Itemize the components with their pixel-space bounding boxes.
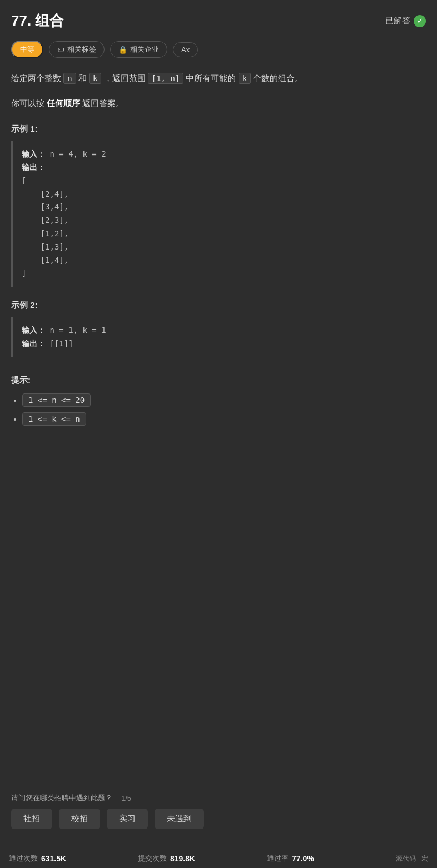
tag-bar: 中等 🏷 相关标签 🔒 相关企业 Ax xyxy=(11,41,426,58)
example1-output-label-line: 输出： xyxy=(22,161,417,174)
pass-rate-label: 通过率 xyxy=(267,854,289,864)
problem-header: 77. 组合 已解答 ✓ xyxy=(11,11,426,31)
example2-output-value: [[1]] xyxy=(49,339,73,348)
range-code: [1, n] xyxy=(148,73,184,84)
problem-description: 给定两个整数 n 和 k ，返回范围 [1, n] 中所有可能的 k 个数的组合… xyxy=(11,71,426,86)
hint-code-1: 1 <= n <= 20 xyxy=(22,393,91,407)
example1-output-label: 输出： xyxy=(22,163,45,172)
footer-links: 源代码 宏 xyxy=(396,854,428,864)
example2-output-label: 输出： xyxy=(22,339,45,348)
macro-link[interactable]: 宏 xyxy=(421,854,428,864)
related-companies-button[interactable]: 🔒 相关企业 xyxy=(110,41,167,58)
survey-btn-xiaozha[interactable]: 校招 xyxy=(59,809,100,829)
solved-badge: 已解答 ✓ xyxy=(385,15,426,27)
example1-input-value: n = 4, k = 2 xyxy=(49,149,106,158)
survey-bar: 请问您在哪类招聘中遇到此题？ 1/5 社招 校招 实习 未遇到 xyxy=(0,786,437,835)
survey-btn-shezha[interactable]: 社招 xyxy=(11,809,52,829)
hint-item-2: 1 <= k <= n xyxy=(22,412,426,426)
submit-count-label: 提交次数 xyxy=(138,854,167,864)
survey-btn-shixi[interactable]: 实习 xyxy=(107,809,148,829)
example1-block: 输入： n = 4, k = 2 输出： [ [2,4], [3,4], [2,… xyxy=(11,141,426,287)
n-code: n xyxy=(63,73,76,84)
hints-list: 1 <= n <= 20 1 <= k <= n xyxy=(11,393,426,426)
desc-bold: 任何顺序 xyxy=(47,98,80,108)
hint-item-1: 1 <= n <= 20 xyxy=(22,393,426,407)
survey-buttons: 社招 校招 实习 未遇到 xyxy=(11,809,426,829)
example2-block: 输入： n = 1, k = 1 输出： [[1]] xyxy=(11,317,426,357)
hints-label: 提示: xyxy=(11,375,426,386)
solved-icon: ✓ xyxy=(414,15,426,27)
example1-input-line: 输入： n = 4, k = 2 xyxy=(22,148,417,161)
related-tags-button[interactable]: 🏷 相关标签 xyxy=(49,41,105,58)
stat-pass-count: 通过次数 631.5K xyxy=(9,854,138,864)
survey-question-text: 请问您在哪类招聘中遇到此题？ xyxy=(11,793,112,803)
example1-output-value: [ [2,4], [3,4], [2,3], [1,2], [1,3], [1,… xyxy=(22,174,417,280)
problem-title: 77. 组合 xyxy=(11,11,64,31)
tag-icon: 🏷 xyxy=(57,46,64,54)
desc-line2: 你可以按 xyxy=(11,98,44,108)
source-code-link[interactable]: 源代码 xyxy=(396,854,416,864)
k-code: k xyxy=(89,73,101,84)
lock-icon: 🔒 xyxy=(118,46,127,54)
desc-line2-end: 返回答案。 xyxy=(82,98,124,108)
example2-input-label: 输入： xyxy=(22,326,45,335)
survey-btn-not-encountered[interactable]: 未遇到 xyxy=(155,809,204,829)
desc-line1-mid: ，返回范围 xyxy=(104,73,146,83)
survey-progress: 1/5 xyxy=(121,794,131,802)
example1-input-label: 输入： xyxy=(22,149,45,158)
example2-label: 示例 2: xyxy=(11,300,426,311)
submit-count-value: 819.8K xyxy=(170,854,195,863)
font-size-button[interactable]: Ax xyxy=(173,42,198,57)
difficulty-tag[interactable]: 中等 xyxy=(11,41,43,58)
problem-desc-line2: 你可以按 任何顺序 返回答案。 xyxy=(11,96,426,111)
pass-count-label: 通过次数 xyxy=(9,854,38,864)
stats-footer: 通过次数 631.5K 提交次数 819.8K 通过率 77.0% 源代码 宏 xyxy=(0,849,437,868)
desc-and: 和 xyxy=(78,73,87,83)
desc-line1-end: 个数的组合。 xyxy=(253,73,303,83)
desc-line1-prefix: 给定两个整数 xyxy=(11,73,61,83)
main-content: 77. 组合 已解答 ✓ 中等 🏷 相关标签 🔒 相关企业 Ax 给定两个整数 … xyxy=(0,0,437,498)
pass-rate-value: 77.0% xyxy=(292,854,314,863)
hint-code-2: 1 <= k <= n xyxy=(22,412,86,426)
solved-label: 已解答 xyxy=(385,16,410,26)
stat-pass-rate: 通过率 77.0% xyxy=(267,854,396,864)
desc-line1-suffix: 中所有可能的 xyxy=(186,73,236,83)
survey-question-row: 请问您在哪类招聘中遇到此题？ 1/5 xyxy=(11,793,426,803)
example2-input-line: 输入： n = 1, k = 1 xyxy=(22,324,417,337)
stat-submit-count: 提交次数 819.8K xyxy=(138,854,267,864)
example1-label: 示例 1: xyxy=(11,124,426,134)
example2-output-line: 输出： [[1]] xyxy=(22,337,417,351)
example2-input-value: n = 1, k = 1 xyxy=(49,326,106,335)
pass-count-value: 631.5K xyxy=(41,854,66,863)
k-code2: k xyxy=(239,73,251,84)
